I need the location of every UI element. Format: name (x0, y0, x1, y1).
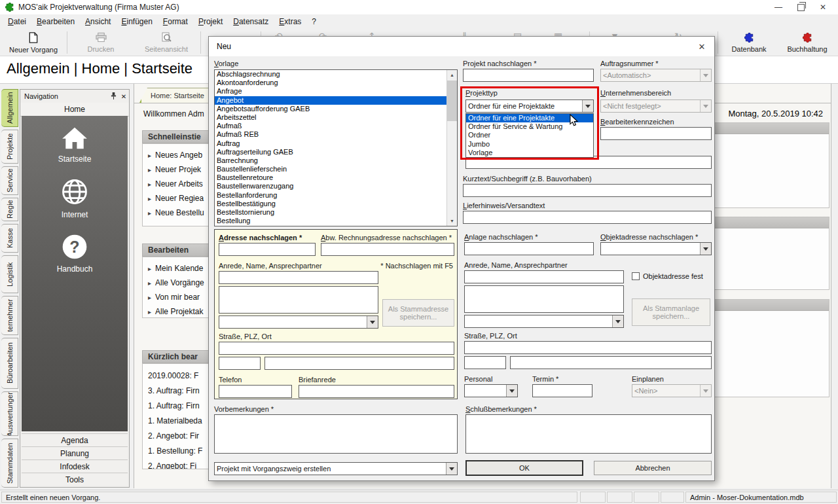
projekttyp-option[interactable]: Ordner (466, 131, 593, 139)
abw-rechnungsadresse-input[interactable] (321, 243, 454, 256)
menu-item[interactable]: Projekt (193, 16, 228, 27)
ort-input[interactable] (264, 357, 454, 370)
briefanrede-input[interactable] (299, 385, 454, 398)
strasse-input[interactable] (219, 342, 454, 355)
ansprechpartner-combo[interactable] (219, 315, 378, 329)
bearbeiterkennzeichen-input[interactable] (600, 127, 712, 140)
telefon-input[interactable] (219, 385, 292, 398)
module-tab[interactable]: Regie (1, 198, 18, 221)
nav-item-internet[interactable]: Internet (61, 178, 88, 219)
name2-textarea[interactable] (464, 285, 624, 313)
save-stammadresse-button[interactable]: Als Stammadresse speichern... (382, 299, 454, 327)
module-tab[interactable]: Kasse (1, 224, 18, 253)
objektadresse-combo[interactable] (600, 242, 712, 255)
vorlage-list-item[interactable]: Bestellanforderung (215, 191, 447, 200)
objektadresse-fest-checkbox[interactable]: Objektadresse fest (632, 272, 703, 280)
vorlage-list-item[interactable]: Anfrage (215, 87, 447, 96)
accounting-button[interactable]: Buchhaltung (779, 30, 835, 55)
cancel-button[interactable]: Abbrechen (594, 461, 712, 475)
vorlage-listbox[interactable]: AbschlagsrechnungAkontoanforderungAnfrag… (214, 69, 458, 226)
vorlage-list-item[interactable]: Aufmaß REB (215, 130, 447, 139)
plz2-input[interactable] (464, 356, 506, 369)
dialog-close-icon[interactable]: ✕ (696, 41, 708, 52)
close-panel-icon[interactable]: ✕ (118, 93, 129, 100)
navigation-bottom-button[interactable]: Agenda (22, 433, 128, 446)
vorgangszweig-combo[interactable]: Projekt mit Vorgangszweig erstellen (214, 462, 458, 475)
anrede2-input[interactable] (464, 270, 624, 283)
database-button[interactable]: Datenbank (721, 30, 776, 55)
ansprechpartner2-combo[interactable] (464, 315, 624, 328)
module-tab[interactable]: Auswertungen (1, 391, 18, 436)
anrede-input[interactable] (219, 271, 378, 284)
module-tab[interactable]: Logistik (1, 255, 18, 293)
vorlage-list-item[interactable]: Angebotsaufforderung GAEB (215, 105, 447, 113)
minimize-button[interactable]: — (767, 0, 790, 14)
ok-button[interactable]: OK (465, 460, 583, 476)
close-button[interactable]: ✕ (812, 0, 834, 14)
nav-item-startseite[interactable]: Startseite (58, 126, 92, 164)
unternehmensbereich-combo[interactable]: <Nicht festgelegt> (600, 99, 712, 113)
module-tab[interactable]: ternehmer (1, 296, 18, 335)
vorlage-list-item[interactable]: Barrechnung (215, 156, 447, 165)
navigation-bottom-button[interactable]: Infodesk (22, 459, 128, 473)
vorlage-list-item[interactable]: Auftrag (215, 139, 447, 148)
vorlage-list-item[interactable]: Auftragserteilung GAEB (215, 148, 447, 156)
menu-item[interactable]: Format (158, 16, 193, 27)
projekt-input[interactable] (463, 69, 594, 82)
pin-icon[interactable] (108, 92, 118, 101)
strasse2-input[interactable] (464, 341, 712, 354)
vorlage-list-item[interactable]: Angebot (215, 96, 447, 105)
print-preview-button[interactable]: Seitenansicht (134, 30, 199, 55)
navigation-group-header[interactable]: Home (20, 103, 129, 117)
name-textarea[interactable] (219, 286, 378, 314)
vorlage-list-item[interactable]: Bestellbestätigung (215, 200, 447, 208)
status-message: Erstellt einen neuen Vorgang. (1, 492, 577, 503)
menu-item[interactable]: Extras (274, 16, 306, 27)
nav-item-handbuch[interactable]: ? Handbuch (57, 234, 93, 274)
vorlage-list-item[interactable]: Bestellstornierung (215, 208, 447, 217)
projektname-input[interactable] (465, 156, 712, 169)
menu-item[interactable]: ? (306, 16, 321, 27)
vorlage-scrollbar[interactable]: ▲ ▼ (446, 70, 457, 226)
kurztext-input[interactable] (463, 184, 712, 197)
anlage-input[interactable] (464, 242, 594, 255)
menu-item[interactable]: Einfügen (116, 16, 157, 27)
scroll-up-icon[interactable]: ▲ (447, 70, 457, 80)
module-tab[interactable]: Büroarbeiten (1, 338, 18, 389)
vorlage-list-item[interactable]: Arbeitszettel (215, 113, 447, 122)
navigation-bottom-button[interactable]: Tools (22, 473, 128, 486)
restore-button[interactable] (790, 0, 812, 14)
vorlage-list-item[interactable]: Baustellenlieferschein (215, 165, 447, 173)
termin-input[interactable] (532, 384, 592, 397)
projekttyp-combo[interactable]: Ordner für eine Projektakte (465, 99, 594, 113)
module-tab[interactable]: Stammdaten (1, 439, 18, 488)
scrollbar-thumb[interactable] (447, 81, 457, 121)
ort2-input[interactable] (510, 356, 712, 369)
menu-item[interactable]: Datensatz (228, 16, 274, 27)
vorlage-list-item[interactable]: Aufmaß (215, 122, 447, 130)
vorlage-list-item[interactable]: Baustellenretoure (215, 173, 447, 182)
scroll-down-icon[interactable]: ▼ (447, 216, 457, 226)
personal-combo[interactable] (464, 384, 518, 397)
vorbemerkungen-textarea[interactable] (214, 414, 458, 454)
module-tab[interactable]: Projekte (1, 130, 18, 164)
module-tab[interactable]: Service (1, 166, 18, 195)
vorlage-list-item[interactable]: Bestellung (215, 217, 447, 225)
adresse-input[interactable] (219, 243, 316, 256)
vorlage-list-item[interactable]: Baustellenwarenzugang (215, 182, 447, 190)
navigation-bottom-button[interactable]: Planung (22, 446, 128, 459)
menu-item[interactable]: Bearbeiten (31, 16, 80, 27)
menu-item[interactable]: Ansicht (80, 16, 116, 27)
vorlage-list-item[interactable]: Akontoanforderung (215, 79, 447, 87)
save-stammanlage-button[interactable]: Als Stammanlage speichern... (632, 298, 710, 326)
schlussbemerkungen-textarea[interactable] (465, 414, 712, 454)
projekttyp-option[interactable]: Jumbo (466, 140, 593, 149)
einplanen-combo[interactable]: <Nein> (632, 384, 712, 397)
plz-input[interactable] (219, 357, 261, 370)
auftragsnummer-combo[interactable]: <Automatisch> (600, 69, 712, 82)
lieferhinweis-input[interactable] (463, 211, 712, 224)
projekttyp-option[interactable]: Vorlage (466, 149, 593, 157)
vorlage-list-item[interactable]: Abschlagsrechnung (215, 70, 447, 79)
print-button[interactable]: Drucken (71, 30, 131, 55)
module-tab[interactable]: Allgemein (1, 89, 18, 127)
